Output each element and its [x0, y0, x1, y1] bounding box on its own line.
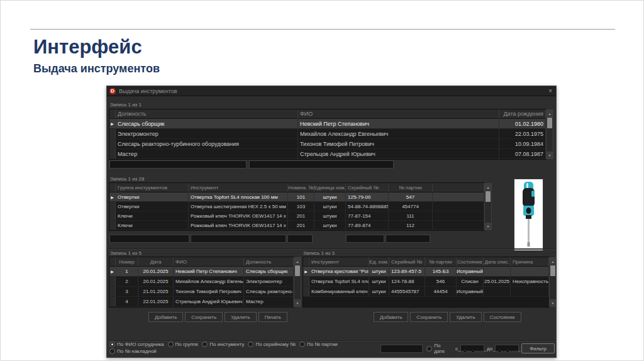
column-header[interactable]: Инструмент: [189, 183, 288, 192]
edit-field[interactable]: [191, 235, 286, 243]
table-row[interactable]: Отвертка Topfort SL4 плоская 100 ммштуки…: [303, 277, 549, 287]
date-from-input[interactable]: __.__.____: [460, 345, 484, 353]
table-row[interactable]: 422.01.2025Стрельцов Андрей ЮрьевичМасте…: [109, 297, 294, 307]
cell: Отвертки: [116, 202, 189, 211]
scroll-down-icon[interactable]: ▼: [547, 151, 553, 158]
tools-record-count: Запись 1 из 28: [110, 176, 144, 182]
column-header[interactable]: Единица изм.: [314, 183, 346, 192]
issued-tools-buttons: ДобавитьСохранитьУдалитьСостояние: [374, 312, 521, 322]
cell: штуки: [314, 221, 346, 230]
scroll-up-icon[interactable]: ▲: [294, 258, 301, 265]
action-button[interactable]: Печать: [258, 312, 287, 322]
action-button[interactable]: Сохранить: [410, 312, 448, 322]
table-row[interactable]: ▶Отвертка крестовая "Poiштуки123-89-457-…: [303, 267, 549, 277]
cell: штуки: [314, 202, 346, 211]
cell: Мастер: [116, 149, 298, 159]
column-header[interactable]: Номер: [116, 257, 138, 267]
radio-icon: [248, 342, 253, 347]
scroll-up-icon[interactable]: ▲: [547, 110, 553, 118]
column-header[interactable]: № партии: [389, 183, 433, 192]
row-indicator: [109, 221, 116, 230]
scrollbar-thumb[interactable]: [547, 118, 552, 128]
issued-tools-scrollbar[interactable]: ▲ ▼: [549, 257, 557, 307]
filter-radio-date[interactable]: По дате: [426, 343, 452, 354]
cell: [433, 221, 484, 230]
table-row[interactable]: КлючиРожковый ключ THORVIK OEW1417 14 x …: [109, 211, 484, 221]
scroll-up-icon[interactable]: ▲: [485, 184, 491, 191]
window-titlebar: D Выдача инструментов ×: [107, 86, 556, 96]
table-row[interactable]: ▶ОтверткиОтвертка Topfort SL4 плоская 10…: [109, 192, 484, 202]
filter-radio[interactable]: По инстументу: [202, 342, 244, 347]
scrollbar-thumb[interactable]: [486, 191, 491, 202]
column-header[interactable]: Дата спис.: [484, 257, 511, 267]
filter-button[interactable]: Фильтр: [521, 343, 555, 353]
table-row[interactable]: 220.01.2025Михайлов Александр Евгеньевич…: [109, 277, 294, 287]
column-header[interactable]: Дата: [138, 257, 174, 267]
scrollbar-thumb[interactable]: [550, 265, 555, 276]
action-button[interactable]: Добавить: [374, 312, 408, 322]
filter-radio[interactable]: По группе: [168, 342, 199, 347]
column-header[interactable]: Состояние: [457, 257, 484, 267]
table-row[interactable]: ▶120.01.2025Невский Петр СтепановичСлеса…: [109, 267, 294, 277]
column-header[interactable]: Ед. изм.: [369, 257, 389, 267]
column-header[interactable]: Должность: [244, 257, 294, 267]
close-icon[interactable]: ×: [547, 87, 553, 94]
table-row[interactable]: КлючиРожковый ключ THORVIK OEW1417 14 x …: [109, 221, 484, 230]
column-header[interactable]: [433, 183, 484, 192]
edit-field[interactable]: [386, 235, 430, 243]
scroll-down-icon[interactable]: ▼: [485, 222, 491, 230]
scroll-up-icon[interactable]: ▲: [550, 258, 556, 265]
column-header[interactable]: Инструмент: [309, 257, 369, 267]
column-header[interactable]: Дата рождения: [499, 109, 546, 119]
action-button[interactable]: Удалить: [450, 312, 482, 322]
filter-radio[interactable]: По № накладной: [109, 348, 157, 354]
column-header[interactable]: Серийный №: [346, 183, 389, 192]
column-header[interactable]: Должность: [116, 109, 298, 119]
filter-radio[interactable]: По серийному №: [248, 342, 296, 347]
invoice-number-input[interactable]: [380, 345, 423, 353]
table-row[interactable]: ▶Слесарь сборщикНевский Петр Степанович0…: [109, 119, 546, 129]
column-header[interactable]: ФИО: [174, 257, 244, 267]
table-row[interactable]: ОтверткиОтвертка шестигранная HEX 2.5 x …: [109, 202, 484, 211]
edit-field[interactable]: [287, 235, 313, 243]
cell: Комбинированный ключ: [309, 287, 369, 297]
scroll-down-icon[interactable]: ▼: [294, 299, 301, 306]
cell: 01.02.1980: [499, 119, 546, 129]
action-button[interactable]: Удалить: [225, 312, 257, 322]
tool-photo: [514, 179, 543, 251]
table-row[interactable]: 321.01.2025Тихонов Тимофей ПетровичСлеса…: [109, 287, 294, 297]
cell: Ключи: [116, 211, 189, 221]
row-indicator: ▶: [303, 267, 309, 277]
column-header[interactable]: ФИО: [298, 109, 499, 119]
filter-radio[interactable]: По № партии: [299, 342, 338, 347]
column-header[interactable]: Номенк. №: [288, 183, 314, 192]
employees-scrollbar[interactable]: ▲ ▼: [546, 109, 553, 159]
tools-scrollbar[interactable]: ▲ ▼: [484, 183, 492, 230]
cell: Отвертка Topfort SL4 плоская 100 мм: [309, 277, 369, 287]
date-to-input[interactable]: __.__.____: [495, 345, 519, 353]
action-button[interactable]: Добавить: [148, 312, 183, 322]
cell: Электромонтер: [244, 277, 294, 287]
table-row[interactable]: Комбинированный ключштуки445554578744454…: [303, 287, 549, 297]
column-header[interactable]: № партии: [425, 257, 457, 267]
cell: штуки: [314, 192, 346, 202]
screwdriver-image: [514, 179, 543, 250]
scroll-down-icon[interactable]: ▼: [550, 299, 556, 306]
table-row[interactable]: МастерСтрельцов Андрей Юрьевич07.08.1987: [109, 149, 546, 159]
cell: 10.09.1984: [499, 139, 546, 149]
table-row[interactable]: ЭлектромонтерМихайлов Александр Евгеньев…: [109, 129, 546, 139]
scrollbar-thumb[interactable]: [295, 265, 300, 276]
action-button[interactable]: Состояние: [484, 312, 521, 322]
edit-field[interactable]: [109, 160, 247, 169]
column-header[interactable]: Причина: [511, 257, 549, 267]
edit-field[interactable]: [109, 235, 189, 243]
issuance-scrollbar[interactable]: ▲ ▼: [294, 257, 301, 307]
edit-field[interactable]: [249, 160, 394, 169]
column-header[interactable]: Группа инструментов: [116, 183, 189, 192]
table-row[interactable]: Слесарь реакторно-турбинного оборудовани…: [109, 139, 546, 149]
employees-record-count: Запись 1 из 1: [110, 102, 142, 108]
action-button[interactable]: Сохранить: [185, 312, 223, 322]
filter-radio[interactable]: По ФИО сотрудника: [109, 342, 164, 347]
edit-field[interactable]: [346, 235, 384, 243]
column-header[interactable]: Серийный №: [389, 257, 425, 267]
